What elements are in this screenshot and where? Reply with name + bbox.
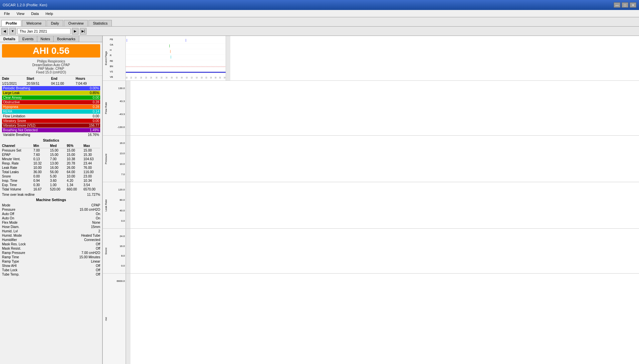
stats-header: Channel Min Med 95% Max xyxy=(2,144,100,148)
svg-text:03:40: 03:40 xyxy=(224,76,226,79)
pressure-scrollbar[interactable] xyxy=(126,136,130,182)
date-next-button[interactable]: ▶ xyxy=(72,28,79,35)
tidal-volume-y-label: me xyxy=(103,274,109,364)
time-over-leak: Time over leak redline 11.727% xyxy=(2,193,100,196)
svg-rect-9 xyxy=(170,50,171,53)
session-date: 1/21/2021 xyxy=(2,82,27,85)
event-hypopnea: Hypopnea0.28 xyxy=(2,105,100,109)
event-variable-breathing: Variable Breathing16.76% xyxy=(2,133,100,137)
menu-data[interactable]: Data xyxy=(28,11,41,16)
tab-daily[interactable]: Daily xyxy=(47,20,63,26)
event-large-leak: Large Leak0.85% xyxy=(2,91,100,95)
flow-rate-chart: Flow Rate 130.0 43.3 -43.3 -130.0 Durati… xyxy=(103,81,639,136)
session-values: 1/21/2021 20:59:51 04:11:00 7:04:49 xyxy=(0,81,102,86)
flow-rate-y-label: Flow Rate xyxy=(103,81,109,135)
setting-mask-resist: Mask Resist.Off xyxy=(2,246,100,251)
pressure-y-labels: 16.0 13.0 10.0 7.0 xyxy=(109,136,126,182)
menu-help[interactable]: Help xyxy=(43,11,56,16)
statistics-section: Statistics Channel Min Med 95% Max Press… xyxy=(2,138,100,196)
setting-ramp-type: Ramp TypeLinear xyxy=(2,259,100,264)
tidal-volume-scrollbar[interactable] xyxy=(126,274,130,364)
hours-col-label: Hours xyxy=(76,77,100,80)
left-panel: Details Events Notes Bookmarks AHI 0.56 … xyxy=(0,36,103,364)
left-tab-bookmarks[interactable]: Bookmarks xyxy=(54,36,79,42)
date-prev-button[interactable]: ◀ xyxy=(1,28,8,35)
setting-ramp-pressure: Ramp Pressure7.00 cmH2O xyxy=(2,251,100,255)
setting-auto-off: Auto OffOn xyxy=(2,212,100,216)
current-date-display[interactable]: Thu Jan 21 2021 xyxy=(17,28,71,34)
stats-row-exp-time: Exp. Time0.301.001.343.54 xyxy=(2,183,100,187)
svg-text:03:00: 03:00 xyxy=(215,76,216,79)
event-flags-y-label: Event Flags xyxy=(103,36,109,80)
menu-file[interactable]: File xyxy=(1,11,13,16)
snore-chart: Snore 24.0 16.0 8.0 0.0 Snore: 5.00 —Sno… xyxy=(103,229,639,274)
statistics-title: Statistics xyxy=(2,138,100,142)
leak-rate-scrollbar[interactable] xyxy=(126,182,130,228)
event-breathing-not-detected: Breathing Not Detected1.49% xyxy=(2,128,100,132)
main-content: Details Events Notes Bookmarks AHI 0.56 … xyxy=(0,36,639,364)
setting-show-ahi: Show AHIOff xyxy=(2,264,100,268)
tab-welcome[interactable]: Welcome xyxy=(22,20,46,26)
stats-col-med: Med xyxy=(50,144,67,148)
tab-profile[interactable]: Profile xyxy=(1,20,21,26)
left-tab-details[interactable]: Details xyxy=(0,36,19,42)
title-bar-controls: — □ ✕ xyxy=(614,2,636,8)
setting-auto-on: Auto OnOn xyxy=(2,216,100,220)
pap-mode: PAP Mode: CPAP xyxy=(2,67,100,70)
left-tab-notes[interactable]: Notes xyxy=(37,36,54,42)
svg-text:01:00: 01:00 xyxy=(186,76,188,79)
stats-row-leak-rate: Leak Rate10.0016.0026.0076.00 xyxy=(2,166,100,170)
pressure-chart: Pressure 16.0 13.0 10.0 7.0 EPAP: 15.00 … xyxy=(103,136,639,182)
snore-y-labels: 24.0 16.0 8.0 0.0 xyxy=(109,229,126,273)
app-title: OSCAR 1.2.0 (Profile: Ken) xyxy=(3,3,47,7)
close-button[interactable]: ✕ xyxy=(630,2,636,8)
svg-text:23:40: 23:40 xyxy=(166,76,167,79)
setting-mask-res-lock: Mask Res. LockOff xyxy=(2,242,100,246)
minimize-button[interactable]: — xyxy=(614,2,620,8)
event-vibratory-snore: Vibratory Snore0.00 xyxy=(2,119,100,123)
menu-bar: File View Data Help xyxy=(0,10,639,17)
date-dropdown-button[interactable]: ▼ xyxy=(9,28,16,35)
session-header: Date Start End Hours xyxy=(0,75,102,81)
svg-text:22:00: 22:00 xyxy=(140,76,142,79)
svg-text:23:20: 23:20 xyxy=(161,76,162,79)
svg-text:22:20: 22:20 xyxy=(145,76,147,79)
left-tab-events[interactable]: Events xyxy=(19,36,37,42)
leak-rate-y-labels: 120.0 80.0 40.0 0.0 xyxy=(109,182,126,228)
leak-rate-chart: Leak Rate 120.0 80.0 40.0 0.0 Leak Rate:… xyxy=(103,182,639,229)
svg-rect-6 xyxy=(127,39,127,42)
stats-col-channel: Channel xyxy=(2,144,33,148)
tab-overview[interactable]: Overview xyxy=(64,20,88,26)
svg-text:21:40: 21:40 xyxy=(135,76,136,79)
setting-pressure: Pressure15.00 cmH2O xyxy=(2,207,100,212)
fixed-pressure: Fixed 15.0 (cmH2O) xyxy=(2,70,100,74)
title-bar: OSCAR 1.2.0 (Profile: Ken) — □ ✕ xyxy=(0,0,639,10)
setting-tube-temp: Tube Temp.Off xyxy=(2,272,100,277)
right-panel: Event Flags PBOAHRREBNVSVB xyxy=(103,36,639,364)
tab-statistics[interactable]: Statistics xyxy=(89,20,112,26)
snore-scrollbar[interactable] xyxy=(126,229,130,273)
svg-text:01:20: 01:20 xyxy=(191,76,193,79)
maximize-button[interactable]: □ xyxy=(622,2,628,8)
event-clear-airway: Clear Airway0.00 xyxy=(2,95,100,100)
date-today-button[interactable]: ▶| xyxy=(80,28,87,35)
flow-rate-scrollbar[interactable] xyxy=(126,81,130,135)
menu-view[interactable]: View xyxy=(14,11,27,16)
stats-col-max: Max xyxy=(84,144,100,148)
setting-hose-diam: Hose Diam.15mm xyxy=(2,225,100,229)
event-flags-scrollbar[interactable] xyxy=(226,36,230,80)
svg-text:02:40: 02:40 xyxy=(210,76,212,79)
stats-row-snore: Snore0.005.0010.0023.00 xyxy=(2,174,100,179)
event-periodic-breathing: Periodic Breathing0.00% xyxy=(2,86,100,90)
start-col-label: Start xyxy=(27,77,51,80)
snore-y-label: Snore xyxy=(103,229,109,273)
device-info: Philips Respironics DreamStation Auto CP… xyxy=(2,60,100,74)
ahi-value: AHI 0.56 xyxy=(3,46,99,56)
svg-text:23:00: 23:00 xyxy=(156,76,157,79)
device-model: DreamStation Auto CPAP xyxy=(2,63,100,67)
stats-row-epap: EPAP7.6015.0015.0015.30 xyxy=(2,153,100,157)
svg-text:21:20: 21:20 xyxy=(130,76,132,79)
event-vibratory-snore-vs2: Vibratory Snore (VS2)156.77 xyxy=(2,123,100,128)
stats-col-min: Min xyxy=(33,144,50,148)
stats-row-insp-time: Insp. Time0.943.604.2010.34 xyxy=(2,179,100,183)
